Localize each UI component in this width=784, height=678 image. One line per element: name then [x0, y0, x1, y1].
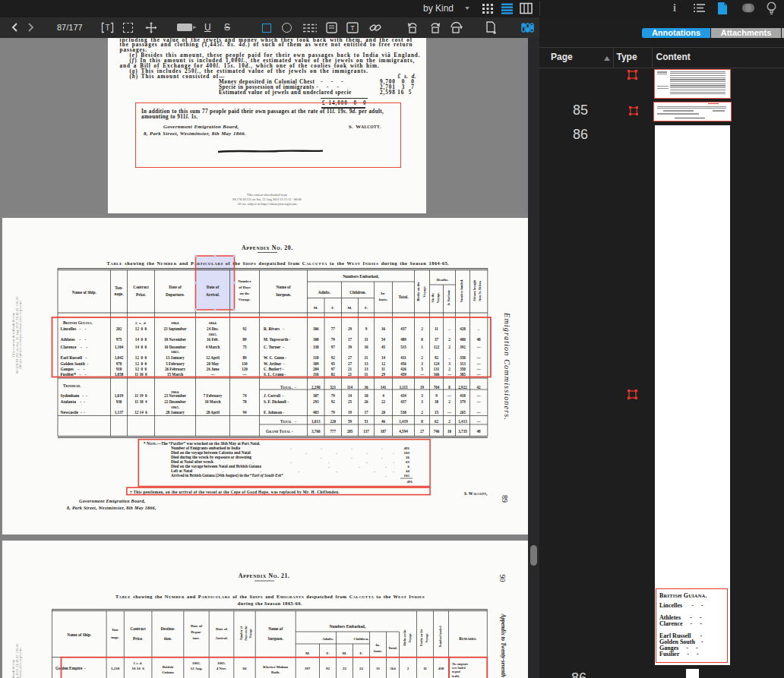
svg-text:3: 3 [448, 361, 450, 366]
svg-text:† This gentleman, on the arriv: † This gentleman, on the arrival of the … [130, 490, 340, 494]
svg-text:-: - [298, 469, 299, 473]
svg-text:48: 48 [476, 337, 481, 342]
svg-text:4: 4 [382, 393, 384, 398]
svg-text:1,013: 1,013 [311, 419, 321, 424]
svg-text:338: 338 [313, 345, 319, 349]
svg-text:44: 44 [406, 469, 410, 473]
svg-text:Arrived in British Guiana (24t: Arrived in British Guiana (24th August) … [171, 473, 283, 478]
svg-text:5 February: 5 February [166, 361, 185, 366]
svg-text:12 0 0: 12 0 0 [135, 326, 147, 331]
svg-text:Children.: Children. [349, 290, 366, 295]
svg-text:95: 95 [331, 361, 336, 366]
svg-text:Number landed.: Number landed. [438, 625, 442, 647]
svg-text:26 June: 26 June [207, 367, 220, 371]
svg-text:W. Arthur -: W. Arthur - [264, 361, 285, 366]
svg-text:Surgeon.: Surgeon. [268, 636, 284, 641]
svg-text:14 0 0: 14 0 0 [135, 337, 147, 342]
svg-text:23 September: 23 September [164, 326, 188, 331]
svg-text:Children.: Children. [354, 637, 369, 641]
svg-text:All use subject to https://abo: All use subject to https://about.jstor.o… [19, 301, 22, 369]
svg-text:BRITISH GUIANA.: BRITISH GUIANA. [63, 320, 93, 325]
svg-text:305: 305 [460, 372, 466, 377]
svg-text:20 May: 20 May [207, 361, 220, 366]
svg-text:307: 307 [313, 393, 319, 398]
svg-text:TABLE showing the NUMBER and P: TABLE showing the NUMBER and PARTICULARS… [107, 260, 450, 266]
svg-text:T: T [350, 24, 355, 32]
svg-text:18 November: 18 November [164, 337, 187, 342]
svg-text:293: 293 [313, 399, 319, 404]
svg-text:400: 400 [460, 337, 466, 342]
svg-text:11: 11 [423, 667, 427, 670]
svg-text:16 Feb.: 16 Feb. [207, 337, 220, 342]
svg-text:306: 306 [313, 326, 319, 331]
svg-text:19: 19 [420, 385, 425, 389]
svg-text:F.: F. [331, 306, 334, 310]
svg-text:92: 92 [435, 355, 439, 360]
svg-text:-: - [385, 474, 387, 478]
svg-text:11: 11 [365, 372, 368, 377]
svg-text:M.: M. [348, 306, 352, 310]
svg-text:2: 2 [448, 399, 450, 404]
svg-text:350: 350 [460, 367, 466, 371]
svg-text:3,735: 3,735 [458, 429, 467, 434]
svg-text:1865.: 1865. [217, 661, 226, 665]
svg-text:-: - [393, 460, 394, 464]
svg-text:489: 489 [400, 337, 406, 342]
svg-text:Golden South -: Golden South - [61, 361, 89, 366]
svg-text:Total.: Total. [399, 295, 409, 299]
svg-text:-: - [336, 469, 337, 473]
svg-text:27: 27 [348, 355, 352, 360]
svg-text:Appendix to Twenty-seventh Rep: Appendix to Twenty-seventh Report. [500, 613, 506, 678]
svg-text:12 Aug.: 12 Aug. [190, 667, 203, 670]
svg-text:of Days: of Days [239, 285, 251, 289]
svg-text:11: 11 [435, 326, 438, 331]
svg-text:1,413: 1,413 [458, 419, 467, 424]
svg-text:59: 59 [348, 419, 352, 424]
svg-text:1865.: 1865. [171, 405, 180, 409]
svg-text:37: 37 [435, 337, 439, 342]
svg-text:1865.: 1865. [171, 350, 180, 354]
svg-text:Government Emigration Board,: Government Emigration Board, [79, 499, 145, 503]
svg-text:379: 379 [460, 399, 466, 404]
svg-text:on the: on the [240, 292, 251, 295]
svg-text:103: 103 [404, 451, 410, 455]
svg-text:24 Dec.: 24 Dec. [207, 326, 220, 331]
svg-text:21: 21 [348, 372, 352, 377]
svg-text:Name of: Name of [277, 285, 291, 289]
svg-text:F.: F. [327, 651, 330, 655]
svg-text:12 April: 12 April [206, 355, 220, 360]
svg-text:S. WALCOTT,: S. WALCOTT, [464, 491, 488, 496]
svg-text:3,760: 3,760 [311, 429, 321, 434]
svg-text:—: — [476, 399, 481, 404]
svg-text:were landed: were landed [452, 667, 466, 670]
svg-text:F.: F. [365, 306, 368, 310]
svg-text:Guiana: Guiana [162, 670, 174, 674]
svg-text:R. Rivers -: R. Rivers - [264, 326, 284, 331]
svg-text:930: 930 [116, 399, 122, 404]
svg-text:459: 459 [400, 372, 406, 377]
svg-text:48: 48 [476, 429, 481, 434]
svg-text:27: 27 [348, 361, 352, 366]
svg-text:This content downloaded from: This content downloaded from [12, 312, 15, 357]
svg-text:Earl Russell -: Earl Russell - [61, 355, 87, 360]
svg-text:Voyage.: Voyage. [239, 298, 251, 301]
svg-text:1865.: 1865. [192, 661, 201, 665]
svg-text:In-: In- [381, 292, 386, 295]
svg-text:437: 437 [400, 399, 406, 404]
svg-text:Date of: Date of [169, 285, 182, 289]
svg-text:137: 137 [363, 429, 369, 434]
svg-text:Date of: Date of [207, 285, 220, 289]
svg-text:10 10 0: 10 10 0 [131, 667, 144, 670]
svg-text:Africans brought: Africans brought [473, 279, 476, 301]
svg-text:38: 38 [435, 399, 439, 404]
svg-text:5: 5 [421, 367, 423, 371]
svg-text:6: 6 [408, 465, 410, 468]
svg-text:1,137: 1,137 [115, 410, 124, 415]
svg-text:-: - [290, 460, 292, 464]
svg-text:tion.: tion. [164, 636, 172, 641]
svg-text:14: 14 [348, 393, 352, 398]
svg-text:-: - [321, 456, 322, 459]
svg-text:M. Tupsworth -: M. Tupsworth - [264, 337, 290, 342]
svg-text:10: 10 [364, 393, 368, 398]
svg-text:—: — [476, 372, 481, 377]
